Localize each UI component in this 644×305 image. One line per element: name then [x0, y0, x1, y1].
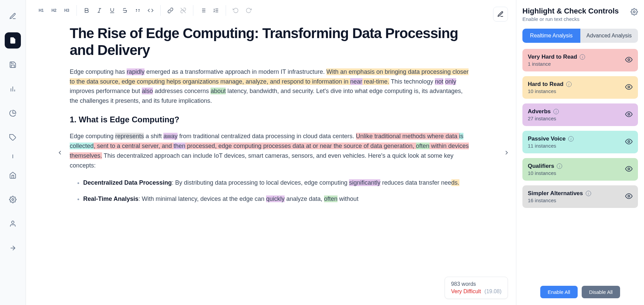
bold-text: Real-Time Analysis — [83, 195, 138, 202]
bold-button[interactable] — [81, 5, 92, 16]
sidebar-pie-chart[interactable] — [5, 105, 21, 121]
prev-arrow[interactable] — [54, 147, 66, 159]
save-icon — [9, 61, 17, 68]
check-title: Passive Voice — [528, 135, 566, 142]
qualifier-highlight: often — [324, 195, 337, 202]
code-button[interactable] — [145, 5, 156, 16]
panel-header: Highlight & Check Controls Enable or run… — [522, 7, 638, 22]
code-icon — [148, 7, 154, 13]
gear-icon — [631, 8, 638, 16]
check-simpler[interactable]: Simpler Alternativesi 16 instances — [522, 185, 638, 208]
check-adverbs[interactable]: Adverbsi 27 instances — [522, 103, 638, 126]
svg-point-28 — [628, 168, 630, 170]
h2-button[interactable]: H2 — [48, 5, 60, 16]
panel-settings-button[interactable] — [631, 8, 638, 17]
svg-point-6 — [11, 221, 14, 223]
visibility-toggle[interactable] — [625, 83, 633, 92]
number-list-button[interactable] — [210, 5, 222, 16]
section-heading: 1. What is Edge Computing? — [70, 113, 472, 126]
separator — [76, 5, 77, 16]
strikethrough-button[interactable] — [119, 5, 131, 16]
strikethrough-icon — [122, 7, 128, 13]
sidebar-divider — [5, 154, 21, 159]
qualifier-highlight: about — [211, 88, 226, 94]
tab-realtime[interactable]: Realtime Analysis — [522, 29, 580, 43]
underline-button[interactable] — [106, 5, 118, 16]
check-hard[interactable]: Hard to Readi 10 instances — [522, 76, 638, 99]
text: processed, edge computing processes data… — [185, 143, 416, 149]
score-label: (19.08) — [484, 288, 502, 294]
redo-icon — [246, 7, 252, 13]
list-item: Decentralized Data Processing: By distri… — [83, 178, 472, 188]
adverb-highlight: rapidly — [127, 68, 144, 75]
unlink-button[interactable] — [178, 5, 189, 16]
text: reduces data transfer nee — [380, 179, 451, 186]
enable-all-button[interactable]: Enable All — [540, 286, 578, 298]
number-list-icon — [213, 7, 219, 13]
visibility-toggle[interactable] — [625, 165, 633, 174]
readability-row: Very Difficult (19.08) — [451, 288, 502, 295]
sidebar-settings[interactable] — [5, 191, 21, 208]
disable-all-button[interactable]: Disable All — [582, 286, 620, 298]
edit-mode-button[interactable] — [493, 7, 508, 22]
visibility-toggle[interactable] — [625, 192, 633, 201]
tab-advanced[interactable]: Advanced Analysis — [580, 29, 638, 43]
bar-chart-icon — [9, 85, 17, 93]
document-content[interactable]: The Rise of Edge Computing: Transforming… — [26, 21, 516, 305]
check-title: Very Hard to Read — [528, 54, 577, 60]
adverb-highlight: quickly — [266, 195, 285, 202]
check-title: Simpler Alternatives — [528, 190, 583, 197]
adverb-highlight: also — [142, 88, 153, 94]
svg-point-25 — [628, 86, 630, 88]
sidebar-save[interactable] — [5, 57, 21, 73]
underline-icon — [109, 7, 115, 13]
eye-icon — [625, 111, 633, 118]
text: : With minimal latency, devices at the e… — [138, 195, 266, 202]
check-very-hard[interactable]: Very Hard to Readi 1 instance — [522, 49, 638, 71]
sidebar-home[interactable] — [5, 167, 21, 183]
link-button[interactable] — [165, 5, 176, 16]
visibility-toggle[interactable] — [625, 138, 633, 147]
sidebar-document[interactable] — [5, 32, 21, 49]
text: Edge computing has — [70, 68, 127, 75]
undo-button[interactable] — [230, 5, 242, 16]
h1-button[interactable]: H1 — [35, 5, 47, 16]
difficulty-label: Very Difficult — [451, 288, 481, 294]
visibility-toggle[interactable] — [625, 111, 633, 119]
adverb-highlight: only — [445, 78, 456, 85]
stats-box: 983 words Very Difficult (19.08) — [445, 277, 508, 299]
bullet-list-button[interactable] — [197, 5, 209, 16]
text: This technology — [389, 78, 435, 85]
svg-line-10 — [99, 8, 100, 12]
word-count: 983 words — [451, 281, 502, 287]
check-count: 1 instance — [528, 61, 585, 67]
sidebar-user[interactable] — [5, 216, 21, 232]
check-passive[interactable]: Passive Voicei 11 instances — [522, 131, 638, 153]
info-icon[interactable]: i — [553, 109, 559, 114]
check-qualifiers[interactable]: Qualifiersi 10 instances — [522, 158, 638, 181]
separator — [160, 5, 161, 16]
redo-button[interactable] — [243, 5, 254, 16]
document-icon — [9, 37, 17, 44]
info-icon[interactable]: i — [580, 54, 585, 60]
next-arrow[interactable] — [501, 147, 513, 159]
check-count: 27 instances — [528, 116, 559, 121]
line-icon — [9, 153, 17, 160]
info-icon[interactable]: i — [586, 191, 591, 196]
info-icon[interactable]: i — [557, 163, 562, 169]
svg-point-23 — [633, 11, 635, 13]
visibility-toggle[interactable] — [625, 56, 633, 65]
text: emerged as a transformative approach in … — [144, 68, 326, 75]
bullet-list-icon — [200, 7, 206, 13]
sidebar-bar-chart[interactable] — [5, 81, 21, 97]
tag-icon — [9, 134, 17, 141]
check-count: 10 instances — [528, 88, 572, 94]
info-icon[interactable]: i — [568, 136, 574, 142]
h3-button[interactable]: H3 — [61, 5, 72, 16]
sidebar-edit[interactable] — [5, 8, 21, 24]
italic-button[interactable] — [94, 5, 105, 16]
quote-button[interactable] — [132, 5, 143, 16]
sidebar-tag[interactable] — [5, 129, 21, 146]
info-icon[interactable]: i — [566, 82, 572, 87]
sidebar-arrow[interactable] — [5, 240, 21, 256]
